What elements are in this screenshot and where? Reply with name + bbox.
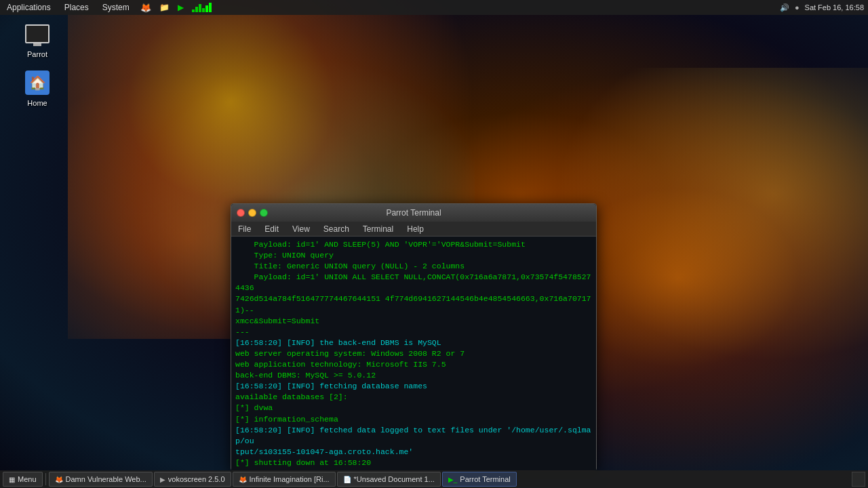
terminal-menu-file[interactable]: File — [235, 223, 254, 235]
firefox-taskbar-icon-1: 🦊 — [55, 476, 63, 483]
terminal-menu-edit[interactable]: Edit — [262, 223, 281, 235]
system-menu[interactable]: System — [100, 1, 132, 14]
taskbar-item-terminal-label: Parrot Terminal — [460, 475, 510, 483]
terminal-titlebar: Parrot Terminal — [231, 204, 596, 222]
taskbar-item-vokoscreen[interactable]: ▶ vokoscreen 2.5.0 — [154, 472, 231, 487]
terminal-line-21: [*] shutting down at 16:58:20 — [235, 458, 592, 468]
terminal-line-19: tput/s103155-101047-aga.croto.hack.me' — [235, 447, 592, 458]
minimize-button[interactable] — [248, 209, 256, 217]
screen-taskbar-icon: ▶ — [160, 476, 165, 483]
parrot-icon-label: Parrot — [27, 50, 47, 58]
terminal-line-18: [16:58:20] [INFO] fetched data logged to… — [235, 425, 592, 447]
network-icon: ● — [795, 3, 800, 12]
terminal-menubar: File Edit View Search Terminal Help — [231, 222, 596, 237]
taskbar-item-unsaved-label: *Unsaved Document 1... — [354, 475, 435, 483]
terminal-line-15: [*] dvwa — [235, 403, 592, 413]
taskbar-bottom: ▦ Menu 🦊 Damn Vulnerable Web... ▶ vokosc… — [0, 470, 868, 488]
terminal-line-9: [16:58:20] [INFO] the back-end DBMS is M… — [235, 338, 592, 348]
terminal-line-4: Title: Generic UNION query (NULL) - 2 co… — [235, 261, 592, 272]
taskbar-top-right: 🔊 ● Sat Feb 16, 16:58 — [780, 3, 864, 12]
taskbar-item-imagination[interactable]: 🦊 Infinite Imagination [Ri... — [233, 472, 336, 487]
close-button[interactable] — [237, 209, 245, 217]
terminal-icon-top[interactable]: ▶ — [178, 3, 184, 12]
firefox-icon[interactable]: 🦊 — [140, 3, 151, 13]
home-icon: 🏠 — [24, 69, 51, 96]
taskbar-item-dvwa[interactable]: 🦊 Damn Vulnerable Web... — [49, 472, 153, 487]
menu-label: Menu — [18, 475, 37, 483]
terminal-line-6: 7426d514a784f516477774467644151 4f774d69… — [235, 293, 592, 315]
window-buttons — [237, 209, 268, 217]
applications-menu[interactable]: Applications — [4, 1, 54, 14]
terminal-menu-terminal[interactable]: Terminal — [360, 223, 396, 235]
doc-taskbar-icon: 📄 — [343, 476, 351, 483]
terminal-window: Parrot Terminal File Edit View Search Te… — [231, 203, 597, 471]
taskbar-item-imagination-label: Infinite Imagination [Ri... — [250, 475, 330, 483]
monitor-icon — [24, 20, 51, 47]
cpu-bar-4 — [202, 8, 205, 12]
datetime-display: Sat Feb 16, 16:58 — [805, 3, 864, 12]
terminal-line-11: web application technology: Microsoft II… — [235, 359, 592, 370]
cpu-bar-1 — [192, 9, 195, 12]
terminal-menu-view[interactable]: View — [290, 223, 313, 235]
menu-icon: ▦ — [9, 476, 15, 483]
terminal-line-3: Type: UNION query — [235, 250, 592, 261]
terminal-line-16: [*] information_schema — [235, 414, 592, 425]
home-icon-label: Home — [27, 99, 47, 107]
terminal-line-13: [16:58:20] [INFO] fetching database name… — [235, 381, 592, 392]
taskbar-top-left: Applications Places System 🦊 📁 ▶ — [4, 1, 212, 14]
terminal-line-5: Payload: id=1' UNION ALL SELECT NULL,CON… — [235, 272, 592, 293]
cpu-bar-2 — [195, 7, 198, 12]
terminal-menu-help[interactable]: Help — [404, 223, 427, 235]
show-desktop-button[interactable] — [852, 472, 865, 487]
parrot-terminal-desktop-icon[interactable]: Parrot — [14, 20, 61, 58]
terminal-line-1: Payload: id=1' AND SLEEP(5) AND 'VOPR'='… — [235, 239, 592, 250]
terminal-taskbar-icon: ▶_ — [448, 476, 458, 483]
home-desktop-icon[interactable]: 🏠 Home — [14, 69, 61, 107]
menu-button[interactable]: ▦ Menu — [3, 472, 43, 487]
terminal-line-7: xmcc&Submit=Submit — [235, 316, 592, 327]
terminal-title: Parrot Terminal — [386, 208, 441, 218]
taskbar-item-vokoscreen-label: vokoscreen 2.5.0 — [168, 475, 225, 483]
cpu-meter — [192, 3, 212, 12]
terminal-line-12: back-end DBMS: MySQL >= 5.0.12 — [235, 370, 592, 381]
cpu-bar-5 — [205, 5, 208, 12]
taskbar-item-terminal[interactable]: ▶_ Parrot Terminal — [442, 472, 517, 487]
volume-icon[interactable]: 🔊 — [780, 3, 789, 12]
file-manager-icon[interactable]: 📁 — [159, 3, 170, 12]
terminal-line-8: --- — [235, 327, 592, 338]
cpu-bar-6 — [209, 3, 212, 12]
terminal-menu-search[interactable]: Search — [321, 223, 352, 235]
monitor-shape — [25, 24, 50, 43]
home-shape: 🏠 — [25, 70, 50, 95]
taskbar-item-dvwa-label: Damn Vulnerable Web... — [66, 475, 146, 483]
firefox-taskbar-icon-2: 🦊 — [239, 476, 247, 483]
terminal-line-14: available databases [2]: — [235, 392, 592, 403]
taskbar-top: Applications Places System 🦊 📁 ▶ 🔊 ● Sat… — [0, 0, 868, 15]
maximize-button[interactable] — [260, 209, 268, 217]
terminal-line-10: web server operating system: Windows 200… — [235, 348, 592, 359]
desktop-icons: Parrot 🏠 Home — [14, 20, 61, 107]
places-menu[interactable]: Places — [62, 1, 92, 14]
taskbar-item-unsaved[interactable]: 📄 *Unsaved Document 1... — [337, 472, 441, 487]
terminal-content[interactable]: Payload: id=1' AND SLEEP(5) AND 'VOPR'='… — [231, 237, 596, 470]
taskbar-separator-1 — [45, 473, 46, 485]
cpu-bar-3 — [199, 4, 201, 12]
